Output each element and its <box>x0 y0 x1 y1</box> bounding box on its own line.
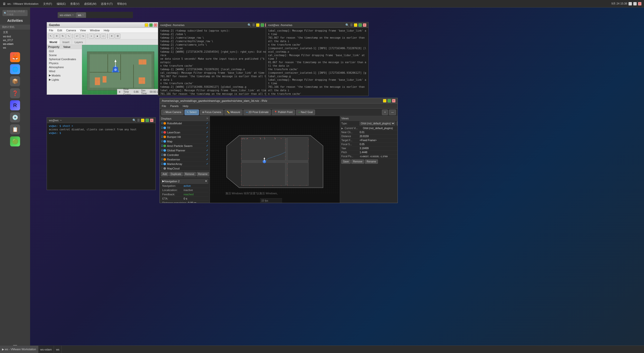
terminal-fr-close[interactable]: ✕ <box>363 23 366 27</box>
display-checkbox-amcl[interactable]: ☑ <box>161 144 164 147</box>
question-icon[interactable]: ❓ <box>10 88 20 98</box>
terminal-top-right-body[interactable]: tabmap-2] rtabmap subscribed to (approx … <box>158 28 271 96</box>
pose-estimate-btn[interactable]: ⇒ 2D Pose Estimate <box>244 110 271 115</box>
menu-vm[interactable]: 虚拟机(M) <box>82 0 99 8</box>
firefox-icon[interactable]: 🦊 <box>10 52 20 62</box>
taskbar-minimize[interactable]: — <box>628 2 632 6</box>
menu-view[interactable]: 查看(V) <box>68 0 82 8</box>
rviz-icon[interactable]: R <box>10 100 20 110</box>
rviz-viewport[interactable]: 激活 Windows 转到"设置"以激活 Windows。 15 fps <box>210 116 340 203</box>
rviz-maximize[interactable]: □ <box>387 99 391 103</box>
light-tool[interactable]: ☀ <box>109 34 114 39</box>
menu-edit[interactable]: 编辑(E) <box>55 0 68 8</box>
save-view-btn[interactable]: Save <box>341 159 351 164</box>
focus-camera-btn[interactable]: ⊕ Focus Camera <box>200 110 224 115</box>
gazebo-menu-view[interactable]: View <box>78 28 88 33</box>
add-display-btn[interactable]: Add <box>161 172 169 176</box>
nav2-goal-btn[interactable]: ⇒ Nav2 Goal <box>296 110 315 115</box>
tree-lights[interactable]: ▶ Lights <box>47 77 82 82</box>
tree-atmosphere[interactable]: Atmosphere <box>47 65 82 69</box>
display-checkbox-ls[interactable]: ☑ <box>161 131 164 134</box>
taskbar-maximize[interactable]: □ <box>633 2 637 6</box>
display-checkbox-rs[interactable]: ☑ <box>161 158 164 161</box>
chromium-icon[interactable]: 🌐 <box>10 64 20 74</box>
display-checkbox-gp[interactable]: ☑ <box>161 149 164 152</box>
gazebo-menu-edit[interactable]: Edit <box>55 28 64 33</box>
terminal-fr-menu[interactable]: ☰ <box>350 23 353 27</box>
display-checkbox-tf[interactable]: ☑ <box>161 126 164 129</box>
displays-close[interactable]: ✕ <box>206 117 208 120</box>
rename-display-btn[interactable]: Rename <box>197 172 209 176</box>
tree-gui[interactable]: GUI <box>47 49 82 53</box>
gazebo-menu-help[interactable]: Help <box>102 28 112 33</box>
gazebo-tab-world[interactable]: World <box>47 39 60 45</box>
gazebo-maximize[interactable]: □ <box>149 23 153 27</box>
terminal-bl-body[interactable]: ws@ws: $ xhost + access control disabled… <box>47 123 155 190</box>
sphere-tool[interactable]: ● <box>95 34 100 39</box>
select-btn[interactable]: ↖ Select <box>185 110 199 115</box>
cylinder-tool[interactable]: ⬭ <box>101 34 106 39</box>
terminal-fr-maximize[interactable]: □ <box>358 23 362 27</box>
display-checkbox-bh[interactable]: ☑ <box>161 135 164 138</box>
terminal-fr-search[interactable]: 🔍 <box>345 23 349 27</box>
gazebo-menu-file[interactable]: File <box>47 28 55 33</box>
menu-tab[interactable]: 选项卡(T) <box>99 0 115 8</box>
undo-tool[interactable]: ↩ <box>74 34 80 39</box>
tree-scene[interactable]: Scene <box>47 53 82 57</box>
gazebo-menu-camera[interactable]: Camera <box>64 28 78 33</box>
tree-spherical[interactable]: Spherical Coordinates <box>47 57 82 61</box>
gazebo-tab-layers[interactable]: Layers <box>72 39 86 45</box>
terminal-fr-minimize[interactable]: — <box>354 23 357 27</box>
view-type-select[interactable]: Orbit (rviz_default_plugins) <box>360 122 395 125</box>
gazebo-minimize[interactable]: — <box>145 23 148 27</box>
gazebo-menu-window[interactable]: Window <box>88 28 102 33</box>
nav-panel-close[interactable]: ✕ <box>205 180 207 183</box>
rviz-menu-help[interactable]: Help <box>181 104 190 108</box>
terminal-bl-close[interactable]: ✕ <box>150 119 153 122</box>
scale-tool[interactable]: ⤡ <box>66 34 71 39</box>
move-camera-btn[interactable]: ↕ Move Camera <box>161 110 184 115</box>
duplicate-display-btn[interactable]: Duplicate <box>169 172 183 176</box>
redo-tool[interactable]: ↪ <box>80 34 86 39</box>
sidebar-item-ws-test[interactable]: ws-test <box>0 35 30 38</box>
tab-ws[interactable]: ws ✕ <box>76 12 86 18</box>
rotate-tool[interactable]: ↻ <box>60 34 65 39</box>
display-checkbox-mc[interactable]: ☐ <box>161 167 164 170</box>
tree-physics[interactable]: Physics <box>47 61 82 65</box>
rename-view-btn[interactable]: Rename <box>365 159 378 164</box>
measure-btn[interactable]: 📏 Measure <box>224 110 243 115</box>
gazebo-tab-insert[interactable]: Insert <box>60 39 72 45</box>
rviz-menu-panels[interactable]: Panels <box>168 104 181 108</box>
sidebar-search[interactable]: 🔍 在此处输入内容进行搜索 <box>3 10 28 16</box>
taskbar-item-vmware[interactable]: ▶ ws - VMware Workstation <box>0 346 38 353</box>
display-checkbox-rm[interactable]: ☑ <box>161 122 164 125</box>
translate-tool[interactable]: ✛ <box>54 34 59 39</box>
terminal-bl-maximize[interactable]: □ <box>145 119 149 122</box>
terminal-bl-minimize[interactable]: — <box>141 119 144 122</box>
terminal-tr-minimize[interactable]: — <box>256 23 260 27</box>
publish-point-btn[interactable]: 📍 Publish Point <box>272 110 295 115</box>
rviz-minimize[interactable]: — <box>383 99 386 103</box>
pause-btn[interactable]: ⏸ <box>118 91 121 93</box>
taskbar-close[interactable]: × <box>638 2 641 6</box>
tab-ws-close[interactable]: ✕ <box>82 14 84 16</box>
cube-tool[interactable]: ▪ <box>89 34 94 39</box>
display-checkbox-map[interactable]: ☑ <box>161 140 164 143</box>
toolbar-extra1[interactable]: + <box>382 110 388 115</box>
terminal-tr-search[interactable]: 🔍 <box>248 23 251 27</box>
remove-display-btn[interactable]: Remove <box>184 172 196 176</box>
disc-icon[interactable]: 💿 <box>10 112 20 122</box>
remove-view-btn[interactable]: Remove <box>351 159 364 164</box>
green-circle-icon[interactable]: 🟢 <box>10 136 20 146</box>
sidebar-item-ws-vslam[interactable]: ws-vslam <box>0 42 30 46</box>
apps-icon[interactable]: 📦 <box>10 76 20 86</box>
terminal-tr-maximize[interactable]: □ <box>261 23 264 27</box>
tree-models[interactable]: ▶ Models <box>47 73 82 77</box>
nav-panel-expand[interactable]: ▶ <box>162 180 164 183</box>
tree-wind[interactable]: Wind <box>47 69 82 73</box>
select-tool[interactable]: ↖ <box>48 34 53 39</box>
taskbar-item-vslam[interactable]: ws-vslam <box>38 346 54 353</box>
menu-file[interactable]: 文件(F) <box>41 0 54 8</box>
menu-help[interactable]: 帮助(H) <box>115 0 128 8</box>
terminal-tr-menu[interactable]: ☰ <box>252 23 255 27</box>
